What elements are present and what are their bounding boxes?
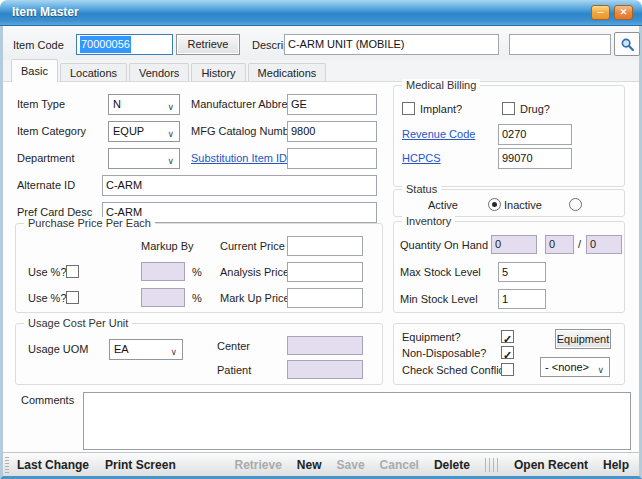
statusbar: Last Change Print Screen Retrieve New Sa…	[3, 452, 639, 476]
min-stock-level-input[interactable]: 1	[498, 289, 546, 309]
header-bar: Item Code 70000056 Retrieve Description …	[3, 26, 639, 60]
non-disposable-checkbox[interactable]	[501, 346, 514, 359]
center-field	[287, 336, 363, 355]
manufacturer-abbrev-label: Manufacturer Abbrev	[191, 98, 293, 110]
usage-uom-select[interactable]: EA∨	[109, 339, 183, 360]
new-command[interactable]: New	[297, 458, 322, 472]
close-button[interactable]: ✕	[614, 5, 633, 20]
mark-up-price-label: Mark Up Price	[220, 292, 290, 304]
usage-cost-title: Usage Cost Per Unit	[24, 317, 132, 329]
delete-command[interactable]: Delete	[434, 458, 470, 472]
mfg-catalog-number-label: MFG Catalog Number	[191, 125, 299, 137]
purchase-price-group: Purchase Price Per Each Markup By Curren…	[15, 223, 383, 313]
item-category-label: Item Category	[17, 125, 86, 137]
equipment-checkbox[interactable]	[501, 330, 514, 343]
markup-by-2-field	[141, 288, 185, 307]
medical-billing-title: Medical Billing	[402, 79, 480, 91]
status-inactive-label: Inactive	[504, 199, 542, 211]
description-input[interactable]: C-ARM UNIT (MOBILE)	[284, 34, 499, 55]
minimize-button[interactable]: ─	[591, 5, 610, 20]
use-pct-2-checkbox[interactable]	[66, 291, 79, 304]
use-pct-1-label: Use %?	[28, 266, 67, 278]
statusbar-left-grip-icon	[5, 457, 9, 473]
alternate-id-input[interactable]: C-ARM	[102, 175, 377, 196]
tab-locations[interactable]: Locations	[60, 63, 127, 82]
chevron-down-icon: ∨	[167, 152, 174, 171]
center-label: Center	[217, 340, 250, 352]
department-select[interactable]: ∨	[108, 148, 180, 169]
equipment-button[interactable]: Equipment	[555, 329, 611, 349]
search-button[interactable]	[614, 32, 640, 56]
alternate-id-label: Alternate ID	[17, 179, 75, 191]
mark-up-price-input[interactable]	[287, 288, 363, 308]
mfg-catalog-number-input[interactable]: 9800	[287, 121, 377, 142]
check-sched-conflict-label: Check Sched Conflict?	[402, 364, 513, 376]
non-disposable-label: Non-Disposable?	[402, 347, 486, 359]
implant-checkbox[interactable]	[402, 102, 415, 115]
usage-uom-value: EA	[114, 343, 129, 355]
quantity-on-hand-field-3: 0	[586, 235, 622, 254]
usage-uom-label: Usage UOM	[28, 343, 89, 355]
quantity-on-hand-label: Quantity On Hand	[400, 239, 488, 251]
save-command: Save	[337, 458, 365, 472]
substitution-item-id-link[interactable]: Substitution Item ID	[191, 152, 287, 164]
statusbar-right: Retrieve New Save Cancel Delete Open Rec…	[234, 458, 629, 472]
item-category-value: EQUP	[113, 125, 144, 137]
quick-search-input[interactable]	[509, 34, 611, 55]
markup-by-label: Markup By	[141, 240, 194, 252]
item-master-window: Item Master ─ ✕ Item Code 70000056 Retri…	[0, 0, 642, 479]
schedule-select-value: - <none>	[545, 361, 589, 373]
quantity-on-hand-field-1: 0	[491, 235, 537, 254]
analysis-price-input[interactable]	[287, 262, 363, 282]
tab-history[interactable]: History	[191, 63, 245, 82]
use-pct-1-checkbox[interactable]	[66, 265, 79, 278]
retrieve-command: Retrieve	[234, 458, 281, 472]
min-stock-level-label: Min Stock Level	[400, 293, 478, 305]
comments-input[interactable]	[83, 392, 631, 450]
drug-checkbox[interactable]	[502, 102, 515, 115]
tab-basic[interactable]: Basic	[11, 59, 58, 82]
last-change-button[interactable]: Last Change	[17, 458, 89, 472]
quantity-on-hand-field-2: 0	[545, 235, 574, 254]
status-active-label: Active	[428, 199, 458, 211]
implant-label: Implant?	[420, 103, 462, 115]
max-stock-level-input[interactable]: 5	[498, 262, 546, 282]
tab-medications[interactable]: Medications	[248, 63, 327, 82]
minimize-icon: ─	[597, 7, 603, 17]
open-recent-command[interactable]: Open Recent	[514, 458, 588, 472]
check-sched-conflict-checkbox[interactable]	[501, 363, 514, 376]
inventory-title: Inventory	[402, 215, 455, 227]
chevron-down-icon: ∨	[170, 343, 177, 362]
comments-label: Comments	[21, 394, 74, 406]
retrieve-button[interactable]: Retrieve	[176, 34, 240, 55]
help-command[interactable]: Help	[603, 458, 629, 472]
statusbar-grip-icon	[485, 458, 499, 472]
revenue-code-input[interactable]: 0270	[498, 124, 572, 145]
status-active-radio[interactable]	[488, 198, 501, 211]
percent-sign-1: %	[192, 266, 202, 278]
substitution-item-id-input[interactable]	[287, 148, 377, 169]
item-type-select[interactable]: N∨	[108, 94, 180, 115]
tab-vendors[interactable]: Vendors	[129, 63, 189, 82]
titlebar: Item Master ─ ✕	[0, 0, 642, 26]
current-price-input[interactable]	[287, 236, 363, 256]
chevron-down-icon: ∨	[597, 361, 604, 380]
analysis-price-label: Analysis Price	[220, 266, 289, 278]
schedule-select[interactable]: - <none>∨	[540, 357, 610, 377]
status-title: Status	[402, 183, 441, 195]
drug-label: Drug?	[520, 103, 550, 115]
status-group: Status Active Inactive	[393, 189, 625, 217]
cancel-command: Cancel	[380, 458, 419, 472]
markup-by-1-field	[141, 262, 185, 281]
status-inactive-radio[interactable]	[569, 198, 582, 211]
hcpcs-input[interactable]: 99070	[498, 148, 572, 169]
item-code-input[interactable]: 70000056	[76, 34, 173, 55]
equipment-label: Equipment?	[402, 331, 461, 343]
hcpcs-link[interactable]: HCPCS	[402, 152, 441, 164]
revenue-code-link[interactable]: Revenue Code	[402, 128, 475, 140]
manufacturer-abbrev-input[interactable]: GE	[287, 94, 377, 115]
print-screen-button[interactable]: Print Screen	[105, 458, 176, 472]
item-category-select[interactable]: EQUP∨	[108, 121, 180, 142]
chevron-down-icon: ∨	[167, 125, 174, 144]
tab-strip: Basic Locations Vendors History Medicati…	[11, 60, 328, 82]
